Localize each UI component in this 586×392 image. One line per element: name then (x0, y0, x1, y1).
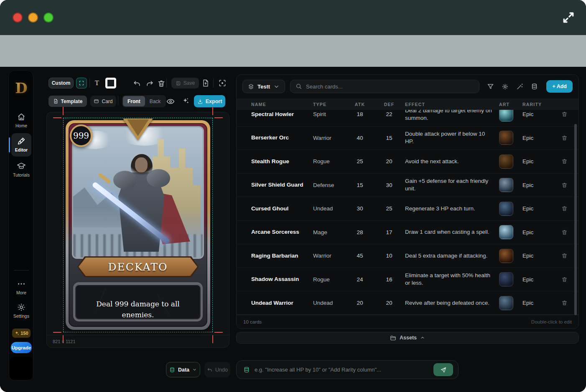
cell-effect[interactable]: Deal 2 damage to target enemy on summon. (405, 110, 499, 122)
table-row[interactable]: Shadow Assassin Rogue 24 16 Eliminate a … (237, 268, 578, 292)
sidebar-item-more[interactable]: More (9, 279, 34, 295)
add-card-button[interactable]: + Add (546, 80, 573, 93)
cell-atk[interactable]: 45 (347, 253, 373, 259)
close-window-button[interactable] (13, 13, 23, 23)
cell-def[interactable]: 25 (373, 205, 405, 212)
cell-name[interactable]: Spectral Howler (251, 111, 313, 118)
data-menu-button[interactable]: Data (166, 362, 200, 377)
cell-def[interactable]: 20 (373, 158, 405, 164)
cell-name[interactable]: Berserker Orc (251, 134, 313, 142)
cell-type[interactable]: Undead (313, 205, 347, 212)
card-art-thumbnail[interactable] (499, 131, 513, 145)
cell-effect[interactable]: Revive after being defeated once. (405, 299, 499, 307)
cell-name[interactable]: Cursed Ghoul (251, 205, 313, 212)
column-header-def[interactable]: DEF (373, 102, 405, 107)
delete-card-button[interactable] (554, 135, 574, 141)
cell-type[interactable]: Mage (313, 229, 347, 235)
cell-rarity[interactable]: Epic (522, 158, 554, 164)
table-row[interactable]: Berserker Orc Warrior 40 15 Double attac… (237, 126, 578, 150)
cell-atk[interactable]: 18 (347, 111, 373, 117)
card-art-thumbnail[interactable] (499, 225, 513, 239)
send-button[interactable] (433, 363, 453, 376)
redo-icon[interactable] (145, 79, 154, 88)
card-art-thumbnail[interactable] (499, 272, 513, 286)
cell-type[interactable]: Rogue (313, 276, 347, 283)
front-side-tab[interactable]: Front (123, 96, 145, 106)
credits-badge[interactable]: 150 (12, 329, 31, 338)
card-art-thumbnail[interactable] (499, 110, 513, 121)
table-row[interactable]: Cursed Ghoul Undead 30 25 Regenerate 3 H… (237, 197, 578, 221)
cell-atk[interactable]: 20 (347, 300, 373, 306)
column-header-type[interactable]: TYPE (313, 102, 347, 107)
settings-gear-icon[interactable] (502, 83, 509, 90)
table-row[interactable]: Arcane Sorceress Mage 28 17 Draw 1 card … (237, 221, 578, 245)
cell-effect[interactable]: Deal 5 extra damage if attacking. (405, 252, 499, 260)
column-header-name[interactable]: NAME (251, 102, 313, 107)
card-art-thumbnail[interactable] (499, 178, 513, 192)
deckato-logo-icon[interactable]: D (12, 77, 31, 99)
cell-atk[interactable]: 15 (347, 182, 373, 188)
cell-rarity[interactable]: Epic (522, 276, 554, 283)
cell-def[interactable]: 20 (373, 300, 405, 306)
cell-atk[interactable]: 24 (347, 276, 373, 283)
minimize-window-button[interactable] (28, 13, 38, 23)
cell-name[interactable]: Arcane Sorceress (251, 228, 313, 236)
back-side-tab[interactable]: Back (145, 96, 166, 106)
preview-eye-icon[interactable] (166, 97, 175, 106)
sidebar-item-home[interactable]: Home (9, 112, 34, 128)
cell-rarity[interactable]: Epic (522, 135, 554, 141)
cell-atk[interactable]: 25 (347, 158, 373, 164)
sidebar-item-editor[interactable]: Editor (9, 137, 34, 152)
delete-card-button[interactable] (554, 158, 574, 164)
cell-def[interactable]: 22 (373, 111, 405, 117)
table-row[interactable]: Undead Warrior Undead 20 20 Revive after… (237, 291, 578, 315)
card-art-thumbnail[interactable] (499, 202, 513, 216)
card-art-thumbnail[interactable] (499, 296, 513, 310)
cell-def[interactable]: 15 (373, 135, 405, 141)
table-row[interactable]: Raging Barbarian Warrior 45 10 Deal 5 ex… (237, 244, 578, 268)
cell-rarity[interactable]: Epic (522, 229, 554, 235)
cell-type[interactable]: Spirit (313, 111, 347, 117)
cell-name[interactable]: Raging Barbarian (251, 252, 313, 260)
card-preview[interactable]: 999 DECKATO Deal 999 damage to all enemi… (66, 120, 210, 330)
deck-select-button[interactable]: Testt (242, 80, 285, 93)
ai-undo-button[interactable]: Undo (204, 362, 230, 377)
delete-card-button[interactable] (554, 182, 574, 188)
column-header-rarity[interactable]: RARITY (522, 102, 554, 107)
delete-card-button[interactable] (554, 229, 574, 235)
cell-name[interactable]: Undead Warrior (251, 299, 313, 307)
tab-card[interactable]: Card (90, 96, 116, 107)
cell-effect[interactable]: Avoid the next attack. (405, 158, 499, 165)
cell-atk[interactable]: 40 (347, 135, 373, 141)
text-tool-button[interactable]: T (93, 79, 101, 87)
search-input[interactable] (306, 83, 474, 90)
cell-def[interactable]: 17 (373, 229, 405, 235)
filter-icon[interactable] (487, 83, 494, 90)
delete-card-button[interactable] (554, 205, 574, 212)
database-icon[interactable] (531, 83, 538, 90)
undo-icon[interactable] (133, 79, 141, 88)
card-art-thumbnail[interactable] (499, 154, 513, 169)
cell-effect[interactable]: Draw 1 card when casting a spell. (405, 228, 499, 236)
export-button[interactable]: Export (194, 95, 225, 107)
delete-tool-icon[interactable] (157, 79, 166, 88)
cell-def[interactable]: 30 (373, 182, 405, 188)
cell-type[interactable]: Warrior (313, 135, 347, 141)
delete-card-button[interactable] (554, 276, 574, 283)
delete-card-button[interactable] (554, 253, 574, 259)
column-header-atk[interactable]: ATK (347, 102, 373, 107)
cell-atk[interactable]: 30 (347, 205, 373, 212)
cell-type[interactable]: Warrior (313, 253, 347, 259)
cell-effect[interactable]: Gain +5 defense for each friendly unit. (405, 177, 499, 192)
sidebar-item-settings[interactable]: Settings (9, 303, 34, 319)
cell-effect[interactable]: Eliminate a target with 50% health or le… (405, 272, 499, 287)
cell-atk[interactable]: 28 (347, 229, 373, 235)
cell-name[interactable]: Silver Shield Guard (251, 181, 313, 189)
sidebar-item-tutorials[interactable]: Tutorials (9, 162, 34, 177)
cell-type[interactable]: Rogue (313, 158, 347, 164)
cell-effect[interactable]: Double attack power if below 10 HP. (405, 130, 499, 145)
template-style-select[interactable]: Custom (48, 78, 74, 89)
export-file-icon[interactable] (201, 79, 210, 87)
delete-card-button[interactable] (554, 111, 574, 117)
assets-toggle-bar[interactable]: Assets (236, 332, 579, 344)
